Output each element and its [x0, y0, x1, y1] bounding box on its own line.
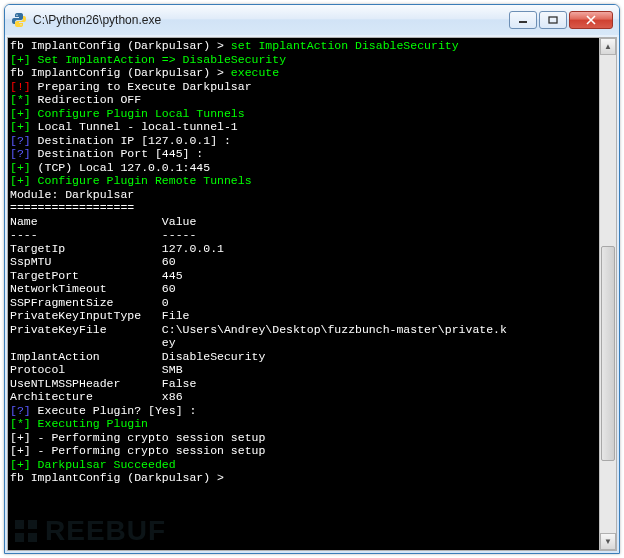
console-output[interactable]: fb ImplantConfig (Darkpulsar) > set Impl…: [8, 38, 599, 550]
maximize-button[interactable]: [539, 11, 567, 29]
close-button[interactable]: [569, 11, 613, 29]
scroll-down-arrow[interactable]: ▼: [600, 533, 616, 550]
console-line: [+] (TCP) Local 127.0.0.1:445: [10, 161, 597, 175]
console-container: fb ImplantConfig (Darkpulsar) > set Impl…: [7, 37, 617, 551]
console-line: NetworkTimeout 60: [10, 282, 597, 296]
console-line: Architecture x86: [10, 390, 597, 404]
console-line: PrivateKeyFile C:\Users\Andrey\Desktop\f…: [10, 323, 597, 337]
console-line: [!] Preparing to Execute Darkpulsar: [10, 80, 597, 94]
console-line: [+] - Performing crypto session setup: [10, 431, 597, 445]
python-icon: [11, 12, 27, 28]
application-window: C:\Python26\python.exe fb ImplantConfig …: [4, 4, 620, 554]
titlebar[interactable]: C:\Python26\python.exe: [5, 5, 619, 35]
console-line: TargetIp 127.0.0.1: [10, 242, 597, 256]
console-line: ==================: [10, 201, 597, 215]
svg-rect-0: [519, 21, 527, 23]
console-line: [?] Execute Plugin? [Yes] :: [10, 404, 597, 418]
console-line: fb ImplantConfig (Darkpulsar) > set Impl…: [10, 39, 597, 53]
console-line: ---- -----: [10, 228, 597, 242]
console-line: [*] Executing Plugin: [10, 417, 597, 431]
vertical-scrollbar[interactable]: ▲ ▼: [599, 38, 616, 550]
console-line: UseNTLMSSPHeader False: [10, 377, 597, 391]
console-line: [+] Configure Plugin Local Tunnels: [10, 107, 597, 121]
console-line: PrivateKeyInputType File: [10, 309, 597, 323]
svg-rect-1: [549, 17, 557, 23]
console-line: [+] - Performing crypto session setup: [10, 444, 597, 458]
window-title: C:\Python26\python.exe: [33, 13, 509, 27]
window-buttons: [509, 11, 613, 29]
console-line: fb ImplantConfig (Darkpulsar) >: [10, 471, 597, 485]
scroll-up-arrow[interactable]: ▲: [600, 38, 616, 55]
console-line: TargetPort 445: [10, 269, 597, 283]
console-line: ey: [10, 336, 597, 350]
console-line: fb ImplantConfig (Darkpulsar) > execute: [10, 66, 597, 80]
console-line: [+] Set ImplantAction => DisableSecurity: [10, 53, 597, 67]
scroll-track[interactable]: [600, 55, 616, 533]
console-line: Protocol SMB: [10, 363, 597, 377]
console-line: Module: Darkpulsar: [10, 188, 597, 202]
console-line: [?] Destination Port [445] :: [10, 147, 597, 161]
minimize-button[interactable]: [509, 11, 537, 29]
console-line: [+] Local Tunnel - local-tunnel-1: [10, 120, 597, 134]
console-line: SspMTU 60: [10, 255, 597, 269]
console-line: Name Value: [10, 215, 597, 229]
console-line: [+] Darkpulsar Succeeded: [10, 458, 597, 472]
console-line: [+] Configure Plugin Remote Tunnels: [10, 174, 597, 188]
console-line: SSPFragmentSize 0: [10, 296, 597, 310]
scroll-thumb[interactable]: [601, 246, 615, 461]
console-line: ImplantAction DisableSecurity: [10, 350, 597, 364]
console-line: [?] Destination IP [127.0.0.1] :: [10, 134, 597, 148]
console-line: [*] Redirection OFF: [10, 93, 597, 107]
